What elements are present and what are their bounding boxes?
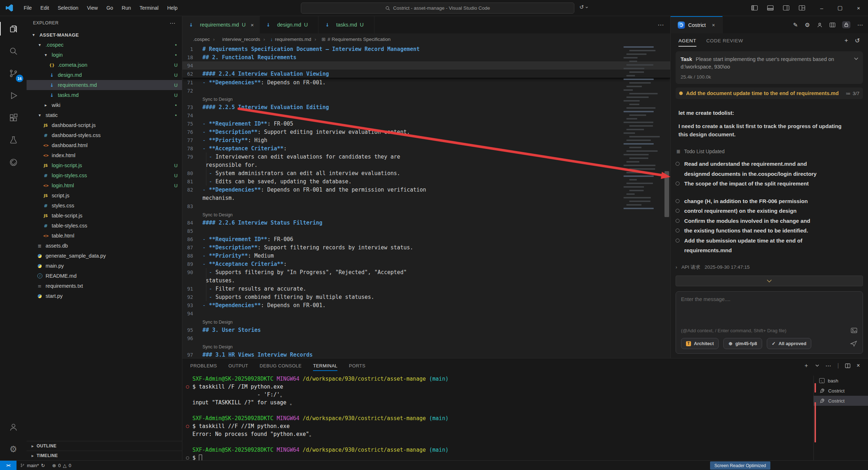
minimize-button[interactable]: –: [820, 5, 823, 11]
sync-icon[interactable]: ↻: [41, 463, 45, 468]
activity-testing-icon[interactable]: [0, 129, 27, 151]
menu-item[interactable]: File: [19, 3, 36, 13]
explorer-item[interactable]: table-styles.css: [27, 221, 182, 231]
explorer-more-icon[interactable]: ⋯: [170, 20, 176, 27]
edit-pencil-icon[interactable]: ✎: [793, 22, 798, 28]
message-input[interactable]: Enter the message.... (@Add context, / E…: [676, 291, 863, 354]
git-branch-item[interactable]: main* ↻: [17, 461, 48, 470]
history-icon[interactable]: ↺: [855, 37, 860, 44]
customize-layout-icon[interactable]: [799, 5, 805, 11]
explorer-item[interactable]: requirements.md U: [27, 80, 182, 90]
explorer-item[interactable]: main.py: [27, 261, 182, 271]
menu-item[interactable]: Edit: [36, 3, 53, 13]
explorer-item[interactable]: requirements.txt: [27, 281, 182, 291]
screen-reader-button[interactable]: Screen Reader Optimized: [710, 461, 770, 470]
panel-tab[interactable]: PROBLEMS: [190, 359, 217, 372]
terminal-list-item[interactable]: ›_ Costrict: [813, 396, 868, 406]
toggle-sidebar-left-icon[interactable]: [751, 5, 758, 11]
breadcrumb-item[interactable]: interview_records: [210, 37, 260, 42]
editor-tab[interactable]: design.md U: [260, 16, 318, 33]
panel-tab[interactable]: OUTPUT: [228, 359, 248, 372]
explorer-item[interactable]: table-script.js: [27, 211, 182, 221]
attach-image-icon[interactable]: [851, 328, 858, 333]
toggle-panel-icon[interactable]: [767, 5, 774, 11]
activity-explorer-icon[interactable]: [0, 18, 27, 40]
tab-close-icon[interactable]: ×: [712, 22, 715, 28]
explorer-item[interactable]: start.py: [27, 291, 182, 301]
editor-tab[interactable]: tasks.md U: [318, 16, 374, 33]
editor-tab[interactable]: requirements.md U ×: [182, 16, 260, 33]
explorer-item[interactable]: ASSET-MANAGE: [27, 30, 182, 40]
editor-more-actions-icon[interactable]: ⋯: [658, 21, 664, 29]
activity-settings-gear-icon[interactable]: ⚙: [0, 438, 27, 460]
panel-tab[interactable]: TERMINAL: [313, 359, 337, 372]
explorer-item[interactable]: script.js: [27, 191, 182, 201]
explorer-item[interactable]: login ●: [27, 50, 182, 60]
activity-source-control-icon[interactable]: 16: [0, 62, 27, 84]
explorer-item[interactable]: login-styles.css U: [27, 170, 182, 180]
input-option-pill[interactable]: ✓ All approved: [767, 338, 811, 349]
command-center-search[interactable]: Costrict - asset-manage - Visual Studio …: [301, 3, 574, 14]
panel-tab[interactable]: DEBUG CONSOLE: [260, 359, 302, 372]
editor[interactable]: 1# Requirements Specification Document –…: [182, 45, 670, 358]
columns-icon[interactable]: [830, 22, 835, 28]
input-option-pill[interactable]: T Architect: [681, 338, 719, 349]
settings-gear-icon[interactable]: ⚙: [805, 22, 810, 28]
chevron-down-icon[interactable]: [815, 364, 819, 367]
minimap[interactable]: [624, 46, 661, 218]
maximize-button[interactable]: ▢: [837, 5, 843, 11]
explorer-item[interactable]: login.html U: [27, 180, 182, 191]
panel-tab[interactable]: PORTS: [349, 359, 365, 372]
activity-run-debug-icon[interactable]: [0, 84, 27, 107]
costrict-subtab[interactable]: CODE REVIEW: [706, 35, 743, 47]
lock-icon[interactable]: [842, 21, 850, 28]
menu-item[interactable]: Run: [117, 3, 135, 13]
new-task-plus-icon[interactable]: +: [845, 37, 849, 44]
menu-item[interactable]: Help: [163, 3, 182, 13]
terminal-list-item[interactable]: ›_ Costrict: [813, 386, 868, 396]
explorer-item[interactable]: static ●: [27, 110, 182, 120]
costrict-subtab[interactable]: AGENT: [678, 35, 696, 47]
menu-item[interactable]: Selection: [53, 3, 83, 13]
explorer-item[interactable]: table.html: [27, 231, 182, 241]
menu-item[interactable]: Terminal: [135, 3, 163, 13]
input-option-pill[interactable]: ⊕ glm45-fp8: [723, 338, 762, 349]
explorer-item[interactable]: dashboard.html: [27, 140, 182, 150]
explorer-item[interactable]: tasks.md U: [27, 90, 182, 100]
explorer-item[interactable]: assets.db: [27, 241, 182, 251]
tab-close-icon[interactable]: ×: [251, 22, 254, 28]
menu-item[interactable]: View: [83, 3, 102, 13]
breadcrumb-item[interactable]: # Requirements Specification: [311, 37, 391, 42]
explorer-item[interactable]: dashboard-styles.css: [27, 130, 182, 140]
remote-indicator[interactable]: ><: [0, 461, 17, 470]
current-step-status[interactable]: Add the document update time to the end …: [676, 88, 863, 99]
explorer-item[interactable]: README.md: [27, 271, 182, 281]
menu-item[interactable]: Go: [102, 3, 117, 13]
explorer-item[interactable]: login-script.js U: [27, 160, 182, 170]
explorer-item[interactable]: generate_sample_data.py: [27, 251, 182, 261]
explorer-item[interactable]: .cometa.json U: [27, 60, 182, 70]
new-terminal-plus-icon[interactable]: ＋: [803, 362, 809, 370]
toggle-sidebar-right-icon[interactable]: [783, 5, 789, 11]
explorer-item[interactable]: dashboard-script.js: [27, 120, 182, 130]
explorer-item[interactable]: index.html: [27, 150, 182, 160]
chevron-down-icon[interactable]: [854, 57, 859, 60]
api-request-row[interactable]: › API 请求 2025-09-30 17:47:15: [676, 264, 863, 271]
activity-costrict-icon[interactable]: [0, 151, 27, 173]
split-terminal-icon[interactable]: [845, 363, 850, 368]
breadcrumb-item[interactable]: .cospec: [191, 37, 210, 42]
session-refresh-icon[interactable]: ↺: [579, 4, 588, 10]
explorer-item[interactable]: styles.css: [27, 201, 182, 211]
explorer-item[interactable]: .cospec ●: [27, 40, 182, 50]
more-icon[interactable]: ⋯: [825, 362, 831, 369]
close-panel-icon[interactable]: ×: [857, 362, 860, 369]
terminal-list-item[interactable]: ›_ bash: [813, 376, 868, 386]
editor-scrollbar-thumb[interactable]: [664, 171, 669, 217]
sidebar-section[interactable]: ▸OUTLINE: [27, 441, 182, 451]
activity-extensions-icon[interactable]: [0, 107, 27, 129]
costrict-tab[interactable]: Costrict ×: [671, 16, 723, 33]
task-card[interactable]: TaskPlease start implementing the user's…: [676, 51, 863, 84]
send-icon[interactable]: [850, 340, 858, 347]
explorer-item[interactable]: design.md U: [27, 70, 182, 80]
close-button[interactable]: ×: [857, 5, 860, 11]
